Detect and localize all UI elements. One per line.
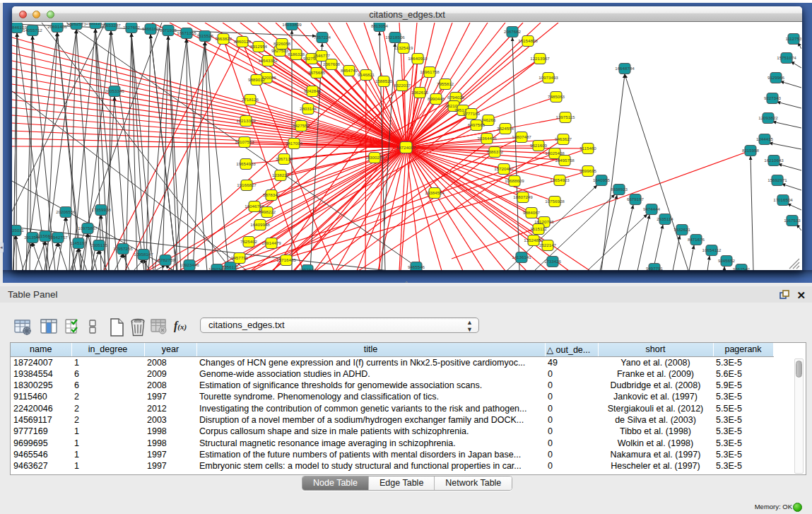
svg-text:9457791: 9457791	[231, 255, 249, 260]
svg-text:2087682: 2087682	[504, 29, 522, 34]
svg-text:2367608: 2367608	[323, 62, 341, 66]
svg-text:9242848: 9242848	[304, 88, 322, 93]
svg-text:8938923: 8938923	[611, 187, 628, 192]
svg-text:17359938: 17359938	[91, 207, 111, 212]
svg-text:7485063: 7485063	[548, 94, 565, 99]
svg-text:1362615: 1362615	[411, 90, 429, 95]
svg-text:18640910: 18640910	[408, 56, 428, 61]
svg-text:1145197: 1145197	[70, 240, 87, 245]
svg-text:15751074: 15751074	[777, 55, 796, 60]
svg-text:9463627: 9463627	[555, 136, 572, 141]
svg-text:7515526: 7515526	[196, 33, 214, 38]
svg-text:1092344: 1092344	[299, 267, 317, 270]
svg-text:10973493: 10973493	[539, 75, 558, 80]
svg-text:1640955: 1640955	[593, 177, 611, 182]
svg-text:16033809: 16033809	[282, 23, 302, 27]
svg-text:10975867: 10975867	[78, 226, 98, 230]
svg-text:12213967: 12213967	[530, 56, 550, 61]
svg-text:8454749: 8454749	[341, 68, 358, 73]
svg-text:16648784: 16648784	[615, 66, 635, 71]
svg-text:13654923: 13654923	[550, 177, 570, 182]
svg-text:9474444: 9474444	[643, 206, 661, 211]
svg-text:10654112: 10654112	[702, 247, 722, 252]
svg-text:20053346: 20053346	[105, 88, 124, 93]
svg-text:8226058: 8226058	[273, 41, 291, 46]
svg-text:16210643: 16210643	[764, 158, 784, 163]
svg-text:8215958: 8215958	[742, 148, 760, 153]
svg-text:1546777: 1546777	[313, 53, 331, 58]
svg-text:9497791: 9497791	[646, 266, 664, 270]
svg-text:9621609: 9621609	[530, 143, 548, 148]
svg-text:9129966: 9129966	[767, 75, 785, 80]
svg-text:18724007: 18724007	[396, 145, 416, 150]
svg-text:7632621: 7632621	[673, 227, 691, 232]
svg-text:14055712: 14055712	[23, 28, 42, 33]
svg-text:2935114: 2935114	[657, 216, 673, 221]
svg-text:12093822: 12093822	[758, 115, 778, 120]
svg-text:1112753: 1112753	[785, 36, 801, 41]
svg-text:3675685: 3675685	[308, 70, 326, 75]
svg-text:16671355: 16671355	[177, 30, 196, 35]
svg-text:19218506: 19218506	[385, 35, 405, 40]
svg-text:16782759: 16782759	[155, 257, 175, 262]
svg-text:2522147: 2522147	[539, 243, 557, 247]
svg-text:14136141: 14136141	[512, 255, 531, 259]
svg-text:3417004: 3417004	[286, 141, 303, 146]
svg-text:9146821: 9146821	[358, 72, 375, 77]
svg-text:9777169: 9777169	[463, 111, 481, 116]
svg-text:1071915: 1071915	[160, 28, 177, 33]
svg-text:18300275: 18300275	[365, 155, 384, 160]
svg-text:10107553: 10107553	[235, 139, 254, 144]
svg-text:10923446: 10923446	[180, 262, 199, 267]
svg-text:5878342: 5878342	[263, 192, 281, 197]
svg-text:15692971: 15692971	[767, 177, 787, 182]
svg-text:8471676: 8471676	[688, 237, 705, 242]
svg-text:16961758: 16961758	[420, 69, 440, 74]
svg-text:9889012: 9889012	[248, 77, 266, 82]
svg-text:2718126: 2718126	[242, 97, 259, 102]
svg-text:9356121: 9356121	[222, 264, 240, 269]
svg-text:16154808: 16154808	[518, 38, 538, 43]
svg-text:16409948: 16409948	[250, 222, 270, 227]
svg-text:8813054: 8813054	[371, 23, 389, 28]
svg-text:13524851: 13524851	[524, 238, 543, 243]
svg-text:7386372: 7386372	[486, 149, 504, 154]
svg-text:1167533: 1167533	[784, 218, 801, 223]
svg-text:6497568: 6497568	[468, 122, 486, 127]
svg-text:9699695: 9699695	[579, 168, 597, 173]
svg-text:15716485: 15716485	[276, 257, 296, 262]
svg-text:9245652: 9245652	[718, 258, 736, 263]
svg-text:6679197: 6679197	[627, 197, 645, 201]
svg-text:1527602: 1527602	[123, 25, 141, 30]
svg-text:17016504: 17016504	[773, 197, 793, 202]
svg-text:12213369: 12213369	[236, 118, 256, 123]
svg-text:10958147: 10958147	[134, 252, 153, 257]
svg-text:8860124: 8860124	[234, 39, 252, 44]
svg-text:8322037: 8322037	[394, 83, 411, 88]
svg-text:20364436: 20364436	[477, 136, 497, 141]
svg-text:10688609: 10688609	[505, 178, 524, 183]
svg-text:11325419: 11325419	[394, 45, 413, 50]
svg-text:15720407: 15720407	[494, 166, 514, 171]
svg-text:10653287: 10653287	[101, 23, 121, 28]
svg-text:9435011: 9435011	[12, 228, 24, 233]
svg-text:6466160: 6466160	[142, 26, 160, 31]
svg-text:2505135: 2505135	[90, 243, 108, 247]
svg-text:9227343: 9227343	[764, 95, 782, 100]
svg-text:2803144: 2803144	[300, 106, 317, 111]
svg-text:16543382: 16543382	[258, 58, 278, 63]
svg-text:3267130: 3267130	[276, 156, 293, 161]
svg-text:19654933: 19654933	[236, 161, 256, 166]
svg-text:18495758: 18495758	[555, 158, 575, 163]
svg-text:8990448: 8990448	[428, 96, 445, 101]
svg-text:17957255: 17957255	[113, 246, 133, 251]
svg-text:12942757: 12942757	[48, 235, 68, 240]
svg-text:8427552: 8427552	[293, 123, 310, 128]
svg-text:13975115: 13975115	[555, 115, 575, 119]
svg-text:5498222: 5498222	[259, 209, 276, 214]
svg-text:9115460: 9115460	[579, 146, 596, 151]
svg-text:18262573: 18262573	[66, 23, 86, 26]
svg-text:9362542: 9362542	[733, 267, 751, 270]
svg-text:9465546: 9465546	[408, 264, 425, 269]
svg-text:1733426: 1733426	[544, 259, 562, 264]
